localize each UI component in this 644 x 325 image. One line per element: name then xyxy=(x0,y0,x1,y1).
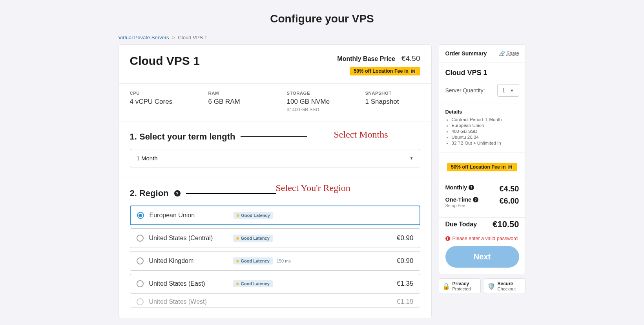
breadcrumb-current: Cloud VPS 1 xyxy=(178,35,207,40)
spec-cpu-label: CPU xyxy=(130,91,185,95)
region-list: European Union Good Latency United State… xyxy=(130,206,420,308)
onetime-label: One-Time xyxy=(445,196,472,203)
region-name: United States (West) xyxy=(149,298,228,305)
breadcrumb-root-link[interactable]: Virtual Private Servers xyxy=(119,35,169,40)
latency-badge: Good Latency xyxy=(234,212,273,219)
region-option-us-west[interactable]: United States (West) €1.19 xyxy=(130,297,420,308)
region-price: €0.90 xyxy=(397,257,414,265)
region-name: United Kingdom xyxy=(149,257,228,264)
summary-promo-badge: 50% off Location Fee in IN xyxy=(447,163,517,171)
annotation-select-months: Select Months xyxy=(334,129,388,140)
spec-storage-label: STORAGE xyxy=(287,91,342,95)
price-label: Monthly Base Price xyxy=(337,55,395,62)
section-term-length: 1. Select your term length Select Months… xyxy=(119,121,431,178)
breadcrumb-separator: > xyxy=(172,35,175,40)
summary-product-name: Cloud VPS 1 xyxy=(445,69,519,77)
qty-dropdown[interactable]: 1 ▼ xyxy=(497,84,519,97)
detail-item: Contract Period: 1 Month xyxy=(452,117,519,122)
region-name: European Union xyxy=(150,212,228,219)
qty-value: 1 xyxy=(502,87,505,94)
radio-icon xyxy=(137,212,144,219)
latency-ms: 150 ms xyxy=(277,259,291,263)
help-icon[interactable]: ? xyxy=(473,197,478,202)
summary-title: Order Summary xyxy=(445,50,487,57)
region-price: €1.19 xyxy=(397,298,414,306)
config-panel: Cloud VPS 1 Monthly Base Price €4.50 50%… xyxy=(119,44,432,318)
detail-item: European Union xyxy=(452,123,519,128)
annotation-select-region: Select You'r Region xyxy=(276,183,350,193)
annotation-line xyxy=(241,136,307,137)
promo-badge: 50% off Location Fee in IN xyxy=(350,67,420,75)
onetime-sub: Setup Fee xyxy=(445,203,479,208)
product-name: Cloud VPS 1 xyxy=(130,54,200,68)
next-button[interactable]: Next xyxy=(445,246,519,268)
onetime-value: €6.00 xyxy=(499,196,519,206)
spec-storage-sub: or 400 GB SSD xyxy=(287,107,342,112)
promo-text: 50% off Location Fee in xyxy=(354,68,409,74)
latency-badge: Good Latency xyxy=(233,257,273,264)
section-region: 2. Region ? Select You'r Region European… xyxy=(119,178,431,318)
monthly-label: Monthly xyxy=(445,184,467,191)
radio-icon xyxy=(137,280,144,287)
annotation-line-2 xyxy=(186,193,276,194)
region-option-eu[interactable]: European Union Good Latency xyxy=(130,206,420,225)
share-label: Share xyxy=(506,51,519,56)
term-length-selected: 1 Month xyxy=(137,155,158,162)
latency-badge: Good Latency xyxy=(233,235,273,242)
secure-sub: Checkout xyxy=(498,286,516,291)
promo-text: 50% off Location Fee in xyxy=(451,164,506,170)
region-option-us-central[interactable]: United States (Central) Good Latency €0.… xyxy=(130,228,420,248)
latency-badge: Good Latency xyxy=(233,280,273,287)
radio-icon xyxy=(137,257,144,264)
term-length-dropdown[interactable]: 1 Month ▼ xyxy=(130,149,420,167)
detail-item: 400 GB SSD xyxy=(452,129,519,134)
shield-icon: 🛡️ xyxy=(487,283,495,290)
region-price: €0.90 xyxy=(397,234,414,242)
section1-title: 1. Select your term length xyxy=(130,132,235,142)
detail-item: Ubuntu 20.04 xyxy=(452,135,519,140)
region-option-uk[interactable]: United Kingdom Good Latency 150 ms €0.90 xyxy=(130,251,420,271)
monthly-value: €4.50 xyxy=(499,184,519,193)
detail-item: 32 TB Out + Unlimited In xyxy=(452,141,519,145)
radio-icon xyxy=(137,298,144,305)
secure-title: Secure xyxy=(498,281,516,286)
region-price: €1.35 xyxy=(397,280,414,288)
order-summary-card: Order Summary 🔗 Share Cloud VPS 1 Server… xyxy=(439,44,526,274)
privacy-title: Privacy xyxy=(452,281,471,286)
promo-flag: IN xyxy=(507,165,513,170)
details-title: Details xyxy=(445,109,519,115)
help-icon[interactable]: ? xyxy=(174,190,181,196)
region-name: United States (East) xyxy=(149,280,228,287)
spec-cpu-value: 4 vCPU Cores xyxy=(130,98,185,106)
price-value: €4.50 xyxy=(401,54,420,63)
share-link[interactable]: 🔗 Share xyxy=(499,51,519,56)
specs-row: CPU 4 vCPU Cores RAM 6 GB RAM STORAGE 10… xyxy=(119,84,431,121)
region-name: United States (Central) xyxy=(149,235,228,242)
qty-label: Server Quantity: xyxy=(445,87,485,94)
help-icon[interactable]: ? xyxy=(469,185,474,190)
spec-ram-label: RAM xyxy=(208,91,263,95)
order-summary-sidebar: Order Summary 🔗 Share Cloud VPS 1 Server… xyxy=(439,44,526,294)
error-icon: ! xyxy=(445,236,450,241)
due-label: Due Today xyxy=(445,221,477,228)
lock-icon: 🔒 xyxy=(442,283,450,290)
security-badges: 🔒 Privacy Protected 🛡️ Secure Checkout xyxy=(439,278,526,294)
error-text: Please enter a valid password xyxy=(452,236,518,241)
section2-title: 2. Region xyxy=(130,188,169,198)
breadcrumb: Virtual Private Servers > Cloud VPS 1 xyxy=(119,35,526,40)
page-title: Configure your VPS xyxy=(0,0,644,35)
privacy-sub: Protected xyxy=(452,286,471,291)
secure-badge: 🛡️ Secure Checkout xyxy=(484,278,526,294)
spec-ram-value: 6 GB RAM xyxy=(208,98,263,106)
link-icon: 🔗 xyxy=(499,51,505,56)
region-option-us-east[interactable]: United States (East) Good Latency €1.35 xyxy=(130,274,420,294)
spec-snapshot-label: SNAPSHOT xyxy=(365,91,420,95)
caret-down-icon: ▼ xyxy=(410,156,414,160)
spec-storage-value: 100 GB NVMe xyxy=(287,98,342,106)
promo-flag: IN xyxy=(410,69,416,74)
due-value: €10.50 xyxy=(493,219,519,230)
error-row: ! Please enter a valid password xyxy=(439,236,525,246)
privacy-badge: 🔒 Privacy Protected xyxy=(439,278,481,294)
caret-down-icon: ▼ xyxy=(510,88,514,93)
spec-snapshot-value: 1 Snapshot xyxy=(365,98,420,106)
